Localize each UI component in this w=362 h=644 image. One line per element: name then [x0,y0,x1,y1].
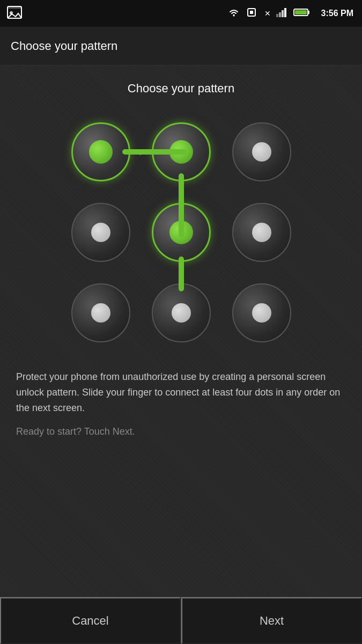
wifi-icon [228,8,240,19]
close-icon: ✕ [264,9,271,18]
battery-icon [293,8,311,19]
page-title: Choose your pattern [11,39,117,53]
pattern-title: Choose your pattern [128,82,234,96]
svg-rect-12 [295,10,307,14]
gallery-icon [6,4,23,23]
dot-7[interactable] [66,278,136,348]
svg-rect-11 [308,11,309,14]
dot-1[interactable]: › [66,117,136,187]
ready-text: Ready to start? Touch Next. [11,426,351,437]
main-content: Choose your pattern › ⌄ [0,65,362,597]
dot-9[interactable] [227,278,297,348]
sim-icon [246,8,258,19]
signal-icon [276,8,287,19]
cancel-button[interactable]: Cancel [0,597,181,644]
dot-5[interactable] [146,197,216,267]
next-button[interactable]: Next [181,597,362,644]
arrow-right-1: › [139,146,143,158]
pattern-grid[interactable]: › ⌄ [66,117,297,348]
dot-4[interactable] [66,197,136,267]
dot-8[interactable] [146,278,216,348]
dot-3[interactable] [227,117,297,187]
status-bar: ✕ 3:56 PM [0,0,362,27]
time-display: 3:56 PM [321,9,353,18]
svg-rect-5 [250,11,253,14]
description-text: Protect your phone from unauthorized use… [11,369,351,415]
svg-rect-1 [8,6,21,9]
dot-2[interactable]: ⌄ [146,117,216,187]
title-bar: Choose your pattern [0,27,362,65]
arrow-down-2: ⌄ [176,181,186,194]
svg-point-3 [233,15,234,17]
svg-rect-8 [282,10,284,17]
svg-rect-6 [276,14,278,17]
svg-rect-9 [284,8,286,17]
bottom-bar: Cancel Next [0,597,362,644]
dot-6[interactable] [227,197,297,267]
svg-rect-7 [279,12,281,17]
